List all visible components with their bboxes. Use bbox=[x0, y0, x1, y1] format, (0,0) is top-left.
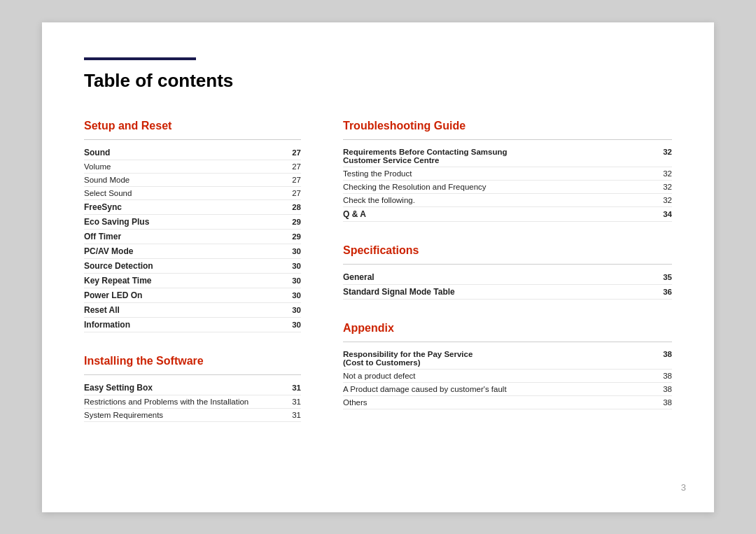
toc-page: 38 bbox=[658, 372, 672, 380]
table-row: Reset All 30 bbox=[84, 303, 301, 318]
toc-page: 35 bbox=[658, 273, 672, 281]
toc-page: 30 bbox=[287, 306, 301, 314]
toc-label: Key Repeat Time bbox=[84, 276, 152, 286]
toc-label: General bbox=[343, 272, 374, 282]
toc-label: Responsibility for the Pay Service(Cost … bbox=[343, 350, 472, 367]
table-row: Not a product defect 38 bbox=[343, 370, 672, 383]
toc-label: Information bbox=[84, 320, 130, 330]
table-row: Volume 27 bbox=[84, 160, 301, 174]
toc-page: 30 bbox=[287, 262, 301, 270]
toc-page: 38 bbox=[658, 398, 672, 407]
section-title-installing-software: Installing the Software bbox=[84, 355, 301, 367]
page-number: 3 bbox=[681, 482, 686, 493]
table-row: Requirements Before Contacting SamsungCu… bbox=[343, 146, 672, 167]
toc-label: Others bbox=[343, 398, 368, 407]
toc-page: 32 bbox=[658, 183, 672, 191]
table-row: Standard Signal Mode Table 36 bbox=[343, 285, 672, 300]
toc-page: 38 bbox=[658, 350, 672, 358]
table-row: Easy Setting Box 31 bbox=[84, 381, 301, 395]
toc-page: 30 bbox=[287, 291, 301, 300]
toc-label: System Requirements bbox=[84, 411, 163, 419]
toc-page: 27 bbox=[287, 189, 301, 197]
table-row: Check the following. 32 bbox=[343, 194, 672, 207]
toc-page: 31 bbox=[287, 384, 301, 392]
page-title: Table of contents bbox=[84, 70, 672, 92]
toc-page: 34 bbox=[658, 210, 672, 218]
toc-label: Easy Setting Box bbox=[84, 383, 153, 393]
toc-page: 32 bbox=[658, 148, 672, 156]
toc-page: 27 bbox=[287, 162, 301, 171]
page: Table of contents Setup and Reset Sound … bbox=[42, 22, 714, 512]
table-row: Eco Saving Plus 29 bbox=[84, 215, 301, 230]
section-divider bbox=[84, 374, 301, 375]
section-divider bbox=[343, 342, 672, 342]
table-row: Off Timer 29 bbox=[84, 230, 301, 244]
section-title-setup-reset: Setup and Reset bbox=[84, 120, 301, 132]
right-column: Troubleshooting Guide Requirements Befor… bbox=[343, 120, 672, 444]
toc-label: Testing the Product bbox=[343, 169, 412, 178]
table-row: Key Repeat Time 30 bbox=[84, 274, 301, 288]
table-row: Responsibility for the Pay Service(Cost … bbox=[343, 348, 672, 370]
title-bar bbox=[84, 57, 196, 60]
toc-label: Sound Mode bbox=[84, 176, 130, 184]
toc-page: 30 bbox=[287, 321, 301, 329]
content-columns: Setup and Reset Sound 27 Volume 27 Sound… bbox=[84, 120, 672, 444]
table-row: Q & A 34 bbox=[343, 207, 672, 222]
toc-page: 31 bbox=[287, 411, 301, 419]
toc-label: A Product damage caused by customer's fa… bbox=[343, 385, 507, 393]
toc-page: 32 bbox=[658, 196, 672, 204]
section-title-specifications: Specifications bbox=[343, 244, 672, 257]
toc-label: Sound bbox=[84, 148, 110, 157]
toc-page: 30 bbox=[287, 276, 301, 285]
toc-page: 31 bbox=[287, 398, 301, 406]
toc-label: Select Sound bbox=[84, 189, 132, 197]
table-row: Checking the Resolution and Frequency 32 bbox=[343, 181, 672, 194]
toc-label: Eco Saving Plus bbox=[84, 217, 149, 227]
toc-label: PC/AV Mode bbox=[84, 246, 133, 256]
toc-label: Reset All bbox=[84, 305, 120, 315]
table-row: PC/AV Mode 30 bbox=[84, 244, 301, 259]
table-row: System Requirements 31 bbox=[84, 409, 301, 422]
toc-label: Check the following. bbox=[343, 196, 415, 204]
table-row: Sound 27 bbox=[84, 146, 301, 160]
toc-label: Off Timer bbox=[84, 232, 121, 241]
table-row: Restrictions and Problems with the Insta… bbox=[84, 395, 301, 409]
toc-page: 27 bbox=[287, 148, 301, 157]
toc-label: FreeSync bbox=[84, 202, 122, 212]
section-title-troubleshooting: Troubleshooting Guide bbox=[343, 120, 672, 132]
toc-page: 27 bbox=[287, 176, 301, 184]
toc-label: Volume bbox=[84, 162, 111, 171]
toc-label: Restrictions and Problems with the Insta… bbox=[84, 398, 248, 406]
table-row: FreeSync 28 bbox=[84, 200, 301, 215]
table-row: General 35 bbox=[343, 270, 672, 285]
section-appendix: Appendix Responsibility for the Pay Serv… bbox=[343, 322, 672, 409]
toc-page: 29 bbox=[287, 232, 301, 241]
table-row: Power LED On 30 bbox=[84, 288, 301, 303]
toc-page: 30 bbox=[287, 247, 301, 255]
table-row: Information 30 bbox=[84, 318, 301, 332]
toc-label: Not a product defect bbox=[343, 372, 416, 380]
toc-page: 29 bbox=[287, 218, 301, 226]
table-row: Sound Mode 27 bbox=[84, 174, 301, 187]
section-installing-software: Installing the Software Easy Setting Box… bbox=[84, 355, 301, 422]
section-specifications: Specifications General 35 Standard Signa… bbox=[343, 244, 672, 300]
toc-label: Source Detection bbox=[84, 261, 153, 271]
toc-label: Power LED On bbox=[84, 290, 142, 300]
section-divider bbox=[84, 139, 301, 140]
table-row: Others 38 bbox=[343, 396, 672, 409]
table-row: Testing the Product 32 bbox=[343, 167, 672, 181]
table-row: A Product damage caused by customer's fa… bbox=[343, 383, 672, 396]
section-divider bbox=[343, 139, 672, 140]
toc-label: Checking the Resolution and Frequency bbox=[343, 183, 486, 191]
section-setup-reset: Setup and Reset Sound 27 Volume 27 Sound… bbox=[84, 120, 301, 332]
toc-label: Standard Signal Mode Table bbox=[343, 287, 455, 297]
toc-page: 38 bbox=[658, 385, 672, 393]
section-troubleshooting: Troubleshooting Guide Requirements Befor… bbox=[343, 120, 672, 222]
table-row: Select Sound 27 bbox=[84, 187, 301, 200]
table-row: Source Detection 30 bbox=[84, 259, 301, 274]
toc-page: 32 bbox=[658, 169, 672, 178]
section-divider bbox=[343, 264, 672, 265]
left-column: Setup and Reset Sound 27 Volume 27 Sound… bbox=[84, 120, 301, 444]
toc-label: Q & A bbox=[343, 209, 366, 219]
toc-page: 28 bbox=[287, 203, 301, 211]
